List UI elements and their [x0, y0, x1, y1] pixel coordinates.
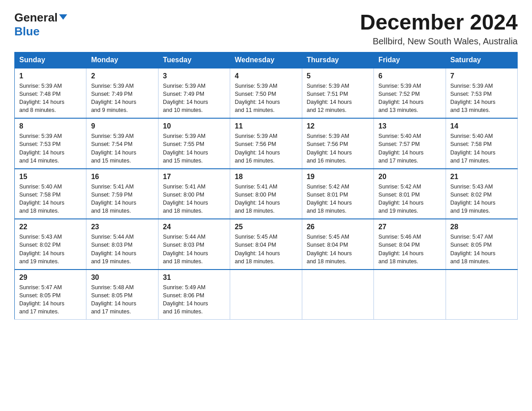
table-row: 28 Sunrise: 5:47 AMSunset: 8:05 PMDaylig…	[446, 219, 517, 270]
col-monday: Monday	[86, 52, 158, 68]
table-row: 8 Sunrise: 5:39 AMSunset: 7:53 PMDayligh…	[15, 118, 86, 169]
day-info: Sunrise: 5:39 AMSunset: 7:49 PMDaylight:…	[163, 83, 208, 113]
table-row: 17 Sunrise: 5:41 AMSunset: 8:00 PMDaylig…	[158, 169, 230, 219]
table-row: 3 Sunrise: 5:39 AMSunset: 7:49 PMDayligh…	[158, 68, 230, 119]
svg-marker-0	[59, 14, 67, 20]
day-number: 31	[163, 274, 225, 282]
table-row: 19 Sunrise: 5:42 AMSunset: 8:01 PMDaylig…	[302, 169, 373, 219]
title-block: December 2024 Bellbird, New South Wales,…	[360, 11, 518, 47]
col-wednesday: Wednesday	[230, 52, 302, 68]
calendar-week-row: 1 Sunrise: 5:39 AMSunset: 7:48 PMDayligh…	[15, 68, 518, 119]
day-info: Sunrise: 5:39 AMSunset: 7:49 PMDaylight:…	[91, 83, 136, 113]
table-row	[374, 270, 446, 320]
day-number: 5	[307, 72, 369, 80]
day-info: Sunrise: 5:45 AMSunset: 8:04 PMDaylight:…	[307, 234, 352, 264]
day-number: 29	[19, 274, 82, 282]
day-number: 1	[19, 72, 82, 80]
day-number: 10	[163, 122, 225, 130]
day-info: Sunrise: 5:39 AMSunset: 7:50 PMDaylight:…	[235, 83, 280, 113]
day-info: Sunrise: 5:43 AMSunset: 8:02 PMDaylight:…	[19, 234, 64, 264]
day-number: 19	[307, 173, 369, 181]
logo-blue-text: Blue	[14, 25, 39, 38]
day-info: Sunrise: 5:44 AMSunset: 8:03 PMDaylight:…	[163, 234, 208, 264]
day-info: Sunrise: 5:39 AMSunset: 7:53 PMDaylight:…	[450, 83, 496, 113]
table-row: 1 Sunrise: 5:39 AMSunset: 7:48 PMDayligh…	[15, 68, 86, 119]
day-number: 23	[91, 223, 153, 231]
day-number: 30	[91, 274, 153, 282]
day-number: 13	[378, 122, 441, 130]
day-number: 25	[235, 223, 297, 231]
table-row: 14 Sunrise: 5:40 AMSunset: 7:58 PMDaylig…	[446, 118, 517, 169]
table-row: 12 Sunrise: 5:39 AMSunset: 7:56 PMDaylig…	[302, 118, 373, 169]
day-number: 27	[378, 223, 441, 231]
calendar-subtitle: Bellbird, New South Wales, Australia	[360, 36, 518, 47]
table-row: 31 Sunrise: 5:49 AMSunset: 8:06 PMDaylig…	[158, 270, 230, 320]
table-row: 10 Sunrise: 5:39 AMSunset: 7:55 PMDaylig…	[158, 118, 230, 169]
day-info: Sunrise: 5:45 AMSunset: 8:04 PMDaylight:…	[235, 234, 280, 264]
table-row: 25 Sunrise: 5:45 AMSunset: 8:04 PMDaylig…	[230, 219, 302, 270]
day-info: Sunrise: 5:40 AMSunset: 7:58 PMDaylight:…	[450, 133, 496, 163]
day-info: Sunrise: 5:39 AMSunset: 7:54 PMDaylight:…	[91, 133, 136, 163]
day-number: 4	[235, 72, 297, 80]
table-row: 27 Sunrise: 5:46 AMSunset: 8:04 PMDaylig…	[374, 219, 446, 270]
table-row: 2 Sunrise: 5:39 AMSunset: 7:49 PMDayligh…	[86, 68, 158, 119]
col-tuesday: Tuesday	[158, 52, 230, 68]
day-info: Sunrise: 5:40 AMSunset: 7:57 PMDaylight:…	[378, 133, 424, 163]
day-number: 20	[378, 173, 441, 181]
table-row: 24 Sunrise: 5:44 AMSunset: 8:03 PMDaylig…	[158, 219, 230, 270]
table-row: 7 Sunrise: 5:39 AMSunset: 7:53 PMDayligh…	[446, 68, 517, 119]
day-info: Sunrise: 5:44 AMSunset: 8:03 PMDaylight:…	[91, 234, 136, 264]
table-row: 30 Sunrise: 5:48 AMSunset: 8:05 PMDaylig…	[86, 270, 158, 320]
day-number: 12	[307, 122, 369, 130]
logo: General Blue	[14, 11, 67, 39]
day-number: 16	[91, 173, 153, 181]
table-row: 6 Sunrise: 5:39 AMSunset: 7:52 PMDayligh…	[374, 68, 446, 119]
day-info: Sunrise: 5:39 AMSunset: 7:56 PMDaylight:…	[235, 133, 280, 163]
table-row	[302, 270, 373, 320]
day-number: 3	[163, 72, 225, 80]
col-sunday: Sunday	[15, 52, 86, 68]
calendar-header-row: Sunday Monday Tuesday Wednesday Thursday…	[15, 52, 518, 68]
table-row: 4 Sunrise: 5:39 AMSunset: 7:50 PMDayligh…	[230, 68, 302, 119]
day-info: Sunrise: 5:39 AMSunset: 7:55 PMDaylight:…	[163, 133, 208, 163]
table-row: 16 Sunrise: 5:41 AMSunset: 7:59 PMDaylig…	[86, 169, 158, 219]
logo-arrow-icon	[59, 13, 67, 22]
day-number: 9	[91, 122, 153, 130]
table-row: 21 Sunrise: 5:43 AMSunset: 8:02 PMDaylig…	[446, 169, 517, 219]
day-number: 15	[19, 173, 82, 181]
day-info: Sunrise: 5:43 AMSunset: 8:02 PMDaylight:…	[450, 184, 496, 214]
calendar-week-row: 29 Sunrise: 5:47 AMSunset: 8:05 PMDaylig…	[15, 270, 518, 320]
table-row: 9 Sunrise: 5:39 AMSunset: 7:54 PMDayligh…	[86, 118, 158, 169]
day-info: Sunrise: 5:47 AMSunset: 8:05 PMDaylight:…	[450, 234, 496, 264]
calendar-week-row: 8 Sunrise: 5:39 AMSunset: 7:53 PMDayligh…	[15, 118, 518, 169]
table-row: 13 Sunrise: 5:40 AMSunset: 7:57 PMDaylig…	[374, 118, 446, 169]
page-header: General Blue December 2024 Bellbird, New…	[14, 11, 518, 47]
day-number: 26	[307, 223, 369, 231]
calendar-week-row: 22 Sunrise: 5:43 AMSunset: 8:02 PMDaylig…	[15, 219, 518, 270]
calendar-table: Sunday Monday Tuesday Wednesday Thursday…	[14, 52, 518, 320]
table-row: 23 Sunrise: 5:44 AMSunset: 8:03 PMDaylig…	[86, 219, 158, 270]
day-number: 11	[235, 122, 297, 130]
day-number: 22	[19, 223, 82, 231]
day-info: Sunrise: 5:41 AMSunset: 7:59 PMDaylight:…	[91, 184, 136, 214]
table-row	[446, 270, 517, 320]
table-row: 15 Sunrise: 5:40 AMSunset: 7:58 PMDaylig…	[15, 169, 86, 219]
col-thursday: Thursday	[302, 52, 373, 68]
day-number: 2	[91, 72, 153, 80]
day-info: Sunrise: 5:39 AMSunset: 7:48 PMDaylight:…	[19, 83, 64, 113]
day-info: Sunrise: 5:39 AMSunset: 7:52 PMDaylight:…	[378, 83, 424, 113]
day-number: 7	[450, 72, 513, 80]
day-info: Sunrise: 5:39 AMSunset: 7:56 PMDaylight:…	[307, 133, 352, 163]
table-row: 26 Sunrise: 5:45 AMSunset: 8:04 PMDaylig…	[302, 219, 373, 270]
day-info: Sunrise: 5:49 AMSunset: 8:06 PMDaylight:…	[163, 284, 208, 315]
day-info: Sunrise: 5:40 AMSunset: 7:58 PMDaylight:…	[19, 184, 64, 214]
day-info: Sunrise: 5:46 AMSunset: 8:04 PMDaylight:…	[378, 234, 424, 264]
day-info: Sunrise: 5:47 AMSunset: 8:05 PMDaylight:…	[19, 284, 64, 315]
day-info: Sunrise: 5:41 AMSunset: 8:00 PMDaylight:…	[235, 184, 280, 214]
day-info: Sunrise: 5:39 AMSunset: 7:53 PMDaylight:…	[19, 133, 64, 163]
col-friday: Friday	[374, 52, 446, 68]
day-number: 24	[163, 223, 225, 231]
table-row: 29 Sunrise: 5:47 AMSunset: 8:05 PMDaylig…	[15, 270, 86, 320]
day-number: 18	[235, 173, 297, 181]
col-saturday: Saturday	[446, 52, 517, 68]
